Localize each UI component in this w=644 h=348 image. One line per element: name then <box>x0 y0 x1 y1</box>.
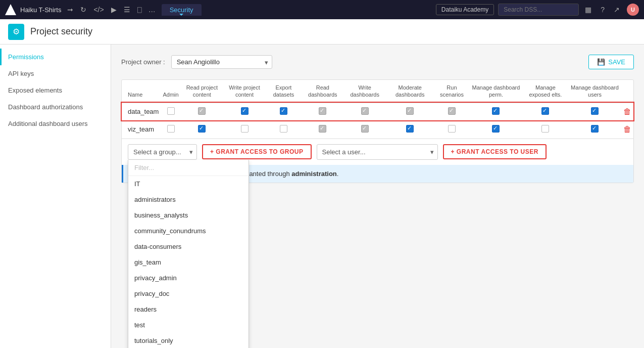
save-button[interactable]: 💾 SAVE <box>588 55 634 69</box>
group-filter-input[interactable] <box>128 160 249 176</box>
dropdown-item-privacy-doc[interactable]: privacy_doc <box>128 286 249 301</box>
table-row: viz_team 🗑 <box>122 120 633 138</box>
security-tab[interactable]: Security <box>162 4 202 16</box>
cb-data-team-manage-exposed[interactable] <box>541 107 549 115</box>
col-export-datasets: Export datasets <box>266 80 302 103</box>
nav-icon-grid[interactable]: ☰ <box>122 4 132 16</box>
analytics-icon[interactable]: ↗ <box>612 4 622 16</box>
dropdown-item-it[interactable]: IT <box>128 176 249 192</box>
group-dropdown-panel: IT administrators business_analysts comm… <box>128 160 249 348</box>
row-name-data-team: data_team <box>122 103 161 120</box>
nav-icon-screen[interactable]: ⎕ <box>135 4 143 16</box>
layout: Permissions API keys Exposed elements Da… <box>0 45 644 348</box>
sidebar-item-additional-users[interactable]: Additional dashboard users <box>0 115 111 132</box>
sidebar-item-exposed-elements[interactable]: Exposed elements <box>0 82 111 99</box>
cb-data-team-read-project[interactable] <box>198 107 206 115</box>
dropdown-item-gis-team[interactable]: gis_team <box>128 254 249 270</box>
col-write-project: Write project content <box>223 80 266 103</box>
nav-icon-refresh[interactable]: ↻ <box>78 4 88 16</box>
search-input[interactable] <box>498 4 579 16</box>
col-delete <box>621 80 633 103</box>
cb-data-team-run-scenarios[interactable] <box>448 107 456 115</box>
page-title: Project security <box>30 26 92 37</box>
cb-viz-team-manage-perm[interactable] <box>492 125 500 133</box>
dropdown-item-administrators[interactable]: administrators <box>128 192 249 207</box>
save-icon: 💾 <box>597 58 605 66</box>
main-content: Project owner : Sean Angiolillo 💾 SAVE N… <box>111 45 644 348</box>
dropdown-item-readers[interactable]: readers <box>128 301 249 317</box>
cb-data-team-admin[interactable] <box>167 107 175 115</box>
delete-data-team-button[interactable]: 🗑 <box>623 107 631 116</box>
dropdown-item-tutorials-only[interactable]: tutorials_only <box>128 333 249 348</box>
grant-user-button[interactable]: + GRANT ACCESS TO USER <box>443 144 547 159</box>
cb-viz-team-export-datasets[interactable] <box>280 125 287 133</box>
col-manage-exposed: Manage exposed elts. <box>523 80 568 103</box>
app-name: Haiku T-Shirts <box>20 6 61 14</box>
nav-icon-more[interactable]: … <box>146 4 158 16</box>
sidebar-item-permissions[interactable]: Permissions <box>0 49 111 65</box>
cb-viz-team-manage-exposed[interactable] <box>541 125 549 133</box>
cb-viz-team-write-dashboards[interactable] <box>361 125 369 133</box>
dropdown-item-data-consumers[interactable]: data-consumers <box>128 239 249 254</box>
delete-viz-team-button[interactable]: 🗑 <box>623 125 631 134</box>
nav-icon-arrow[interactable]: ➞ <box>65 4 75 16</box>
cb-viz-team-read-dashboards[interactable] <box>319 125 326 133</box>
col-manage-dashboard-perm: Manage dashboard perm. <box>469 80 523 103</box>
apps-icon[interactable]: ▦ <box>583 4 593 16</box>
avatar[interactable]: U <box>627 4 639 16</box>
cb-data-team-manage-perm[interactable] <box>492 107 500 115</box>
owner-label: Project owner : <box>121 58 165 66</box>
cb-data-team-export-datasets[interactable] <box>280 107 287 115</box>
dropdown-item-community-conundrums[interactable]: community_conundrums <box>128 223 249 239</box>
cb-data-team-read-dashboards[interactable] <box>319 107 326 115</box>
col-name: Name <box>122 80 161 103</box>
academy-button[interactable]: Dataiku Academy <box>436 4 494 15</box>
col-admin: Admin <box>161 80 180 103</box>
group-select[interactable]: Select a group... <box>128 144 197 160</box>
cb-viz-team-moderate-dashboards[interactable] <box>406 125 414 133</box>
settings-icon: ⚙ <box>8 24 24 40</box>
help-icon[interactable]: ? <box>599 4 607 16</box>
cb-viz-team-admin[interactable] <box>167 125 175 133</box>
dropdown-item-test[interactable]: test <box>128 317 249 333</box>
table-row: data_team 🗑 <box>122 103 633 120</box>
cb-viz-team-read-project[interactable] <box>198 125 206 133</box>
col-write-dashboards: Write dashboards <box>344 80 386 103</box>
col-read-project: Read project content <box>181 80 223 103</box>
owner-select-wrap: Sean Angiolillo <box>171 55 272 69</box>
cb-data-team-write-dashboards[interactable] <box>361 107 369 115</box>
logo-icon <box>5 4 16 15</box>
right-icons: ▦ ? ↗ U <box>583 4 639 16</box>
sidebar-item-api-keys[interactable]: API keys <box>0 65 111 82</box>
permissions-table-wrap: Name Admin Read project content Write pr… <box>121 79 634 183</box>
cb-viz-team-write-project[interactable] <box>241 125 249 133</box>
nav-icon-code[interactable]: </> <box>91 4 106 16</box>
owner-select[interactable]: Sean Angiolillo <box>171 55 272 69</box>
dropdown-item-privacy-admin[interactable]: privacy_admin <box>128 270 249 286</box>
user-select[interactable]: Select a user... <box>317 144 438 160</box>
cb-data-team-manage-users[interactable] <box>591 107 599 115</box>
app-logo[interactable] <box>5 4 16 15</box>
nav-icons: ➞ ↻ </> ▶ ☰ ⎕ … <box>65 4 157 16</box>
page-header: ⚙ Project security <box>0 19 644 45</box>
col-run-scenarios: Run scenarios <box>434 80 469 103</box>
grant-row: Select a group... IT administrators busi… <box>122 139 633 165</box>
dropdown-item-business-analysts[interactable]: business_analysts <box>128 207 249 223</box>
group-select-container: Select a group... IT administrators busi… <box>128 144 197 160</box>
sidebar: Permissions API keys Exposed elements Da… <box>0 45 111 348</box>
cb-viz-team-manage-users[interactable] <box>591 125 599 133</box>
row-name-viz-team: viz_team <box>122 120 161 138</box>
col-read-dashboards: Read dashboards <box>302 80 344 103</box>
cb-data-team-moderate-dashboards[interactable] <box>406 107 414 115</box>
permissions-table: Name Admin Read project content Write pr… <box>122 80 633 139</box>
sidebar-item-dashboard-auth[interactable]: Dashboard authorizations <box>0 99 111 115</box>
top-nav: Haiku T-Shirts ➞ ↻ </> ▶ ☰ ⎕ … Security … <box>0 0 644 19</box>
group-select-wrap: Select a group... <box>128 144 197 160</box>
user-select-wrap: Select a user... <box>317 144 438 160</box>
save-label: SAVE <box>608 58 625 66</box>
nav-icon-play[interactable]: ▶ <box>109 4 119 16</box>
cb-viz-team-run-scenarios[interactable] <box>448 125 456 133</box>
owner-row: Project owner : Sean Angiolillo 💾 SAVE <box>121 55 634 69</box>
grant-group-button[interactable]: + GRANT ACCESS TO GROUP <box>202 144 312 159</box>
cb-data-team-write-project[interactable] <box>241 107 249 115</box>
